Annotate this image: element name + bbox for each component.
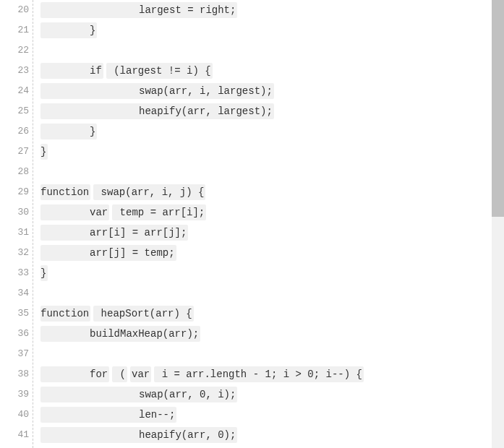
code-editor: 20largest = right;21}2223if (largest != … (0, 0, 504, 448)
code-segment: } (40, 144, 48, 160)
code-segment: largest = right; (40, 2, 237, 18)
vertical-scrollbar-thumb[interactable] (492, 0, 504, 217)
line-number: 38 (0, 364, 33, 384)
code-segment: temp = arr[i]; (112, 204, 206, 220)
line-number: 30 (0, 202, 33, 223)
code-line[interactable]: 36buildMaxHeap(arr); (0, 324, 492, 344)
code-line[interactable]: 29function swap(arr, i, j) { (0, 182, 492, 202)
code-cell[interactable]: len--; (33, 405, 176, 425)
code-segment: ( (112, 366, 127, 382)
code-line[interactable]: 31arr[i] = arr[j]; (0, 223, 492, 243)
line-number: 25 (0, 101, 33, 121)
code-segment: heapSort(arr) { (93, 306, 193, 322)
code-segment: buildMaxHeap(arr); (40, 326, 200, 342)
code-line[interactable]: 39swap(arr, 0, i); (0, 384, 492, 405)
code-line[interactable]: 23if (largest != i) { (0, 61, 492, 81)
code-cell[interactable]: } (33, 121, 97, 142)
code-cell[interactable]: } (33, 20, 97, 40)
code-segment: } (40, 22, 97, 38)
code-cell[interactable]: largest = right; (33, 0, 237, 20)
code-line[interactable]: 41heapify(arr, 0); (0, 425, 492, 445)
code-cell[interactable] (33, 40, 40, 61)
line-number: 21 (0, 20, 33, 40)
code-segment: (largest != i) { (106, 63, 213, 79)
code-cell[interactable]: swap(arr, 0, i); (33, 384, 237, 405)
code-segment: swap(arr, i, largest); (40, 83, 274, 99)
line-number: 35 (0, 303, 33, 324)
code-cell[interactable] (33, 283, 40, 303)
code-cell[interactable]: for (var i = arr.length - 1; i > 0; i--)… (33, 364, 364, 384)
code-segment: var (130, 366, 151, 382)
code-cell[interactable]: function heapSort(arr) { (33, 303, 194, 324)
line-number: 32 (0, 243, 33, 263)
code-line[interactable]: 40len--; (0, 405, 492, 425)
code-cell[interactable]: } (33, 263, 48, 283)
line-number: 37 (0, 344, 33, 364)
code-segment: heapify(arr, largest); (40, 103, 274, 119)
vertical-scrollbar-track[interactable] (492, 0, 504, 448)
code-line[interactable]: 35function heapSort(arr) { (0, 303, 492, 324)
code-segment: swap(arr, i, j) { (93, 184, 205, 200)
line-number: 41 (0, 425, 33, 445)
code-line[interactable]: 34 (0, 283, 492, 303)
code-cell[interactable]: if (largest != i) { (33, 61, 213, 81)
line-number: 26 (0, 121, 33, 142)
code-cell[interactable]: buildMaxHeap(arr); (33, 324, 200, 344)
code-line[interactable]: 33} (0, 263, 492, 283)
code-line[interactable]: 28 (0, 162, 492, 182)
line-number: 22 (0, 40, 33, 61)
code-line[interactable]: 21} (0, 20, 492, 40)
code-segment: len--; (40, 407, 176, 423)
code-segment: function (40, 306, 90, 322)
code-cell[interactable]: } (33, 142, 48, 162)
code-line[interactable]: 24swap(arr, i, largest); (0, 81, 492, 101)
code-segment: } (40, 265, 48, 281)
code-line[interactable]: 26} (0, 121, 492, 142)
line-number: 20 (0, 0, 33, 20)
code-line[interactable]: 20largest = right; (0, 0, 492, 20)
code-segment: } (40, 124, 97, 139)
code-cell[interactable]: heapify(arr, largest); (33, 101, 274, 121)
line-number: 28 (0, 162, 33, 182)
code-cell[interactable]: arr[i] = arr[j]; (33, 223, 188, 243)
code-cell[interactable]: swap(arr, i, largest); (33, 81, 274, 101)
line-number: 31 (0, 223, 33, 243)
line-number: 40 (0, 405, 33, 425)
line-number: 29 (0, 182, 33, 202)
code-cell[interactable] (33, 162, 40, 182)
code-cell[interactable]: heapify(arr, 0); (33, 425, 237, 445)
code-segment: for (40, 366, 109, 382)
code-segment: heapify(arr, 0); (40, 427, 237, 443)
code-lines-area[interactable]: 20largest = right;21}2223if (largest != … (0, 0, 492, 448)
code-line[interactable]: 30var temp = arr[i]; (0, 202, 492, 223)
code-cell[interactable] (33, 344, 40, 364)
code-segment: var (40, 204, 109, 220)
code-line[interactable]: 25heapify(arr, largest); (0, 101, 492, 121)
line-number: 24 (0, 81, 33, 101)
code-segment: arr[i] = arr[j]; (40, 225, 188, 241)
line-number: 34 (0, 283, 33, 303)
code-line[interactable]: 27} (0, 142, 492, 162)
line-number: 39 (0, 384, 33, 405)
code-segment: if (40, 63, 103, 79)
code-line[interactable]: 38for (var i = arr.length - 1; i > 0; i-… (0, 364, 492, 384)
code-segment: arr[j] = temp; (40, 245, 176, 261)
code-segment: function (40, 184, 90, 200)
code-cell[interactable]: function swap(arr, i, j) { (33, 182, 205, 202)
code-segment: i = arr.length - 1; i > 0; i--) { (154, 366, 364, 382)
code-segment: swap(arr, 0, i); (40, 387, 237, 402)
line-number: 33 (0, 263, 33, 283)
line-number: 23 (0, 61, 33, 81)
code-line[interactable]: 32arr[j] = temp; (0, 243, 492, 263)
line-number: 36 (0, 324, 33, 344)
code-cell[interactable]: arr[j] = temp; (33, 243, 176, 263)
code-line[interactable]: 37 (0, 344, 492, 364)
code-line[interactable]: 22 (0, 40, 492, 61)
code-cell[interactable]: var temp = arr[i]; (33, 202, 206, 223)
line-number: 27 (0, 142, 33, 162)
